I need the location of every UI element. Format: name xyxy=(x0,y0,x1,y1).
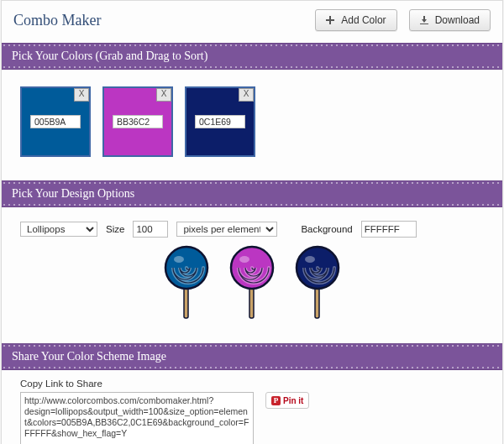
pinit-button[interactable]: P Pin it xyxy=(265,392,309,409)
download-label: Download xyxy=(435,14,480,26)
design-preview xyxy=(20,238,484,337)
copy-link-label: Copy Link to Share xyxy=(20,379,484,389)
header-buttons: Add Color Download xyxy=(315,9,491,31)
pinit-label: Pin it xyxy=(283,396,303,405)
remove-color-button[interactable]: X xyxy=(239,88,254,102)
hex-input[interactable] xyxy=(113,115,163,128)
header: Combo Maker Add Color Download xyxy=(2,1,502,43)
page-title: Combo Maker xyxy=(13,12,101,29)
add-color-button[interactable]: Add Color xyxy=(315,9,396,31)
design-select[interactable]: Lollipops xyxy=(20,222,97,237)
add-color-label: Add Color xyxy=(341,14,386,26)
share-area: Copy Link to Share http://www.colorcombo… xyxy=(2,370,502,444)
pinterest-icon: P xyxy=(271,396,281,405)
remove-color-button[interactable]: X xyxy=(156,88,171,102)
color-swatch[interactable]: X xyxy=(20,86,91,157)
plus-icon xyxy=(326,16,334,24)
size-input[interactable] xyxy=(133,221,168,238)
options-row: Lollipops Size pixels per element Backgr… xyxy=(20,221,484,238)
options-area: Lollipops Size pixels per element Backgr… xyxy=(2,207,502,343)
lollipop-preview-item xyxy=(291,244,344,321)
lollipop-preview-item xyxy=(226,244,278,321)
lollipop-preview-item xyxy=(160,244,213,321)
units-select[interactable]: pixels per element xyxy=(176,222,277,237)
color-swatch[interactable]: X xyxy=(102,86,173,157)
background-label: Background xyxy=(301,224,352,234)
section-banner-options: Pick Your Design Options xyxy=(2,180,502,207)
download-icon xyxy=(420,16,428,24)
background-input[interactable] xyxy=(361,221,417,238)
svg-point-8 xyxy=(305,256,315,263)
section-banner-share: Share Your Color Scheme Image xyxy=(2,343,502,370)
swatches-area: XXX xyxy=(2,70,502,180)
hex-input[interactable] xyxy=(30,115,81,128)
svg-point-2 xyxy=(174,256,184,263)
share-url-textarea[interactable]: http://www.colorcombos.com/combomaker.ht… xyxy=(20,392,254,444)
svg-point-5 xyxy=(239,256,249,263)
size-label: Size xyxy=(106,224,124,234)
section-banner-colors: Pick Your Colors (Grab and Drag to Sort) xyxy=(2,43,502,70)
app-window: Combo Maker Add Color Download Pick Your… xyxy=(1,0,503,444)
color-swatch[interactable]: X xyxy=(185,86,255,157)
swatch-row: XXX xyxy=(20,86,484,157)
download-button[interactable]: Download xyxy=(409,9,491,31)
hex-input[interactable] xyxy=(195,115,245,128)
remove-color-button[interactable]: X xyxy=(74,88,89,102)
